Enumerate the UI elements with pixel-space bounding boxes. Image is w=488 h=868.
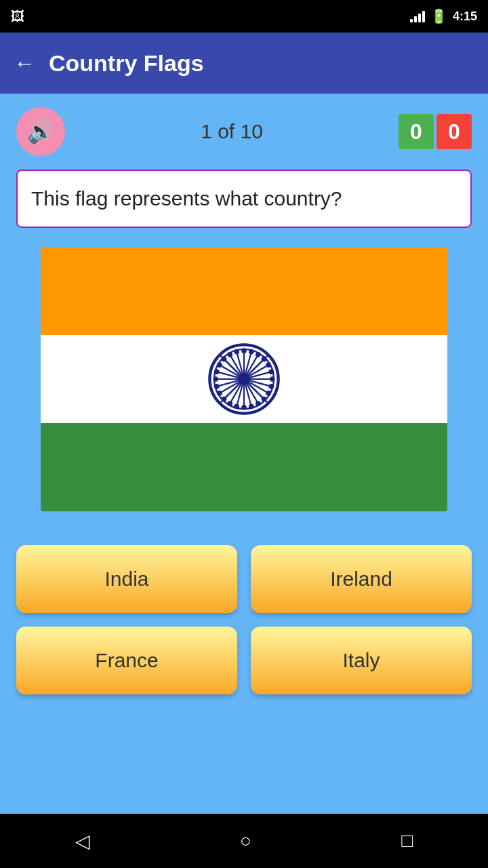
question-text: This flag represents what country? [31,187,342,210]
progress-text: 1 of 10 [201,120,263,143]
svg-point-25 [269,384,274,389]
status-bar-right: 🔋 4:15 [410,8,477,24]
svg-point-41 [235,349,239,354]
answer-france[interactable]: France [16,627,237,694]
answer-italy[interactable]: Italy [251,627,472,694]
score-correct: 0 [399,114,434,149]
svg-point-34 [217,391,222,396]
svg-point-30 [242,406,246,410]
status-bar-left: 🖼 [11,9,24,24]
svg-point-24 [270,377,274,381]
svg-point-20 [256,352,261,357]
svg-point-38 [217,362,222,368]
battery-icon: 🔋 [430,8,447,24]
sound-icon: 🔊 [27,119,54,144]
ashoka-chakra [207,342,281,416]
svg-point-29 [249,404,253,409]
nav-bar: ◁ ○ □ [0,814,488,868]
main-content: 🔊 1 of 10 0 0 This flag represents what … [0,94,488,814]
flag-stripe-top [41,247,447,335]
answers-grid: India Ireland France Italy [16,545,472,708]
svg-point-32 [227,401,232,406]
score-boxes: 0 0 [399,114,472,149]
svg-point-19 [249,349,253,354]
svg-point-23 [269,370,274,374]
flag-stripe-middle [41,335,447,423]
answer-india[interactable]: India [16,545,237,613]
svg-point-40 [227,352,232,357]
back-button[interactable]: ← [14,51,35,76]
progress-row: 🔊 1 of 10 0 0 [16,107,472,156]
svg-point-36 [214,377,218,381]
status-bar: 🖼 🔋 4:15 [0,0,488,33]
signal-icon [410,10,425,22]
image-icon: 🖼 [11,9,24,24]
answer-ireland[interactable]: Ireland [251,545,472,613]
svg-point-31 [235,404,239,409]
svg-point-26 [266,391,271,396]
svg-point-18 [242,349,246,353]
nav-back-button[interactable]: ◁ [75,830,90,852]
svg-point-22 [266,362,271,368]
flag-stripe-bottom [41,423,447,511]
flag-display [41,247,447,511]
clock: 4:15 [453,9,477,24]
app-title: Country Flags [49,50,204,77]
nav-recents-button[interactable]: □ [401,830,413,852]
sound-button[interactable]: 🔊 [16,107,65,156]
question-box: This flag represents what country? [16,170,472,228]
svg-point-28 [256,401,261,406]
nav-home-button[interactable]: ○ [240,830,251,852]
svg-point-35 [214,384,219,389]
app-bar: ← Country Flags [0,33,488,94]
score-incorrect: 0 [436,114,472,149]
svg-point-37 [214,370,219,374]
